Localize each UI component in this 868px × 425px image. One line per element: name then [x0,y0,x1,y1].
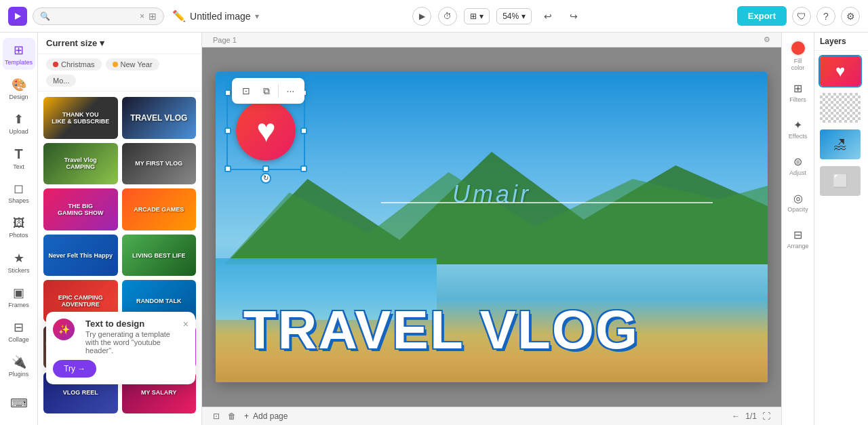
t2d-header: ✨ Text to design Try generating a templa… [53,319,189,355]
canvas-area: Page 1 ⚙ Umair TRAVEL VLO [202,33,781,425]
effects-icon: ✦ [793,119,802,131]
bottom-fullscreen-button[interactable]: ⛶ [762,411,770,421]
layer-item-checkered[interactable] [818,92,862,124]
page-info-label: 1/1 [745,411,757,421]
rotate-handle[interactable]: ↻ [260,173,271,184]
arrange-label: Arrange [787,243,808,249]
layer-item-photo[interactable]: 🏖 [818,128,862,161]
sidebar-item-plugins[interactable]: 🔌 Plugins [3,350,35,382]
help-icon-button[interactable]: ? [816,7,835,26]
canvas-element[interactable]: Umair TRAVEL VLOG ♥ [216,72,768,382]
current-size-text: Current size [46,38,97,48]
rp-arrange[interactable]: ⊟ Arrange [784,221,812,256]
doc-title-area: ✏️ Untitled image ▾ [172,9,259,22]
search-input[interactable]: youtube header [54,11,136,21]
rp-fill-color[interactable]: Fillcolor [784,38,812,73]
template-item[interactable]: THE BIGGAMING SHOW [43,188,118,230]
rp-filters[interactable]: ⊞ Filters [784,75,812,110]
arrange-icon: ⊟ [793,228,802,241]
add-page-button[interactable]: + Add page [244,411,288,421]
redo-button[interactable]: ↪ [564,7,583,26]
settings-icon-button[interactable]: ⚙ [841,7,860,26]
sidebar-label-photos: Photos [9,232,28,239]
sidebar-item-photos[interactable]: 🖼 Photos [3,211,35,243]
zoom-button[interactable]: 54% ▾ [496,8,532,24]
handle-bottom-middle[interactable] [262,165,269,172]
sidebar-item-shapes[interactable]: ◻ Shapes [3,177,35,209]
keyboard-icon: ⌨ [10,396,28,411]
doc-chevron-icon[interactable]: ▾ [255,12,259,21]
sidebar-item-upload[interactable]: ⬆ Upload [3,107,35,139]
selected-element-container[interactable]: ♥ ↻ [232,97,300,165]
bottom-settings-icon[interactable]: ← [732,411,740,421]
bottom-copy-button[interactable]: ⊡ [213,411,220,421]
text-icon: T [14,146,22,162]
search-filter-icon[interactable]: ⊞ [149,11,157,22]
bottom-delete-button[interactable]: 🗑 [228,411,236,421]
shield-icon-button[interactable]: 🛡 [792,7,811,26]
rp-adjust[interactable]: ⊜ Adjust [784,148,812,183]
search-box: 🔍 youtube header × ⊞ [33,7,164,25]
t2d-try-button[interactable]: Try → [53,360,96,378]
text2design-popup: ✨ Text to design Try generating a templa… [46,312,195,384]
handle-bottom-left[interactable] [224,165,231,172]
layer-photo-preview: 🏖 [820,129,861,159]
copy-tool-button[interactable]: ⧉ [258,82,275,100]
upload-icon: ⬆ [14,112,24,127]
sidebar-item-templates[interactable]: ⊞ Templates [3,38,35,70]
canvas-wrapper[interactable]: Umair TRAVEL VLOG ♥ [202,47,781,407]
canvas-main-title: TRAVEL VLOG [243,303,741,357]
canvas-settings-icon[interactable]: ⚙ [764,35,770,44]
handle-bottom-right[interactable] [300,165,307,172]
opacity-icon: ◎ [793,192,803,205]
handle-right-middle[interactable] [300,127,307,134]
template-item[interactable]: TRAVEL VLOG [122,97,197,139]
sidebar-label-shapes: Shapes [8,197,29,204]
doc-title[interactable]: Untitled image [190,11,251,22]
sidebar-item-frames[interactable]: ▣ Frames [3,281,35,312]
tag-more-label: Mo... [53,77,69,85]
sidebar-icons: ⊞ Templates 🎨 Design ⬆ Upload T Text ◻ S… [0,33,38,425]
photos-icon: 🖼 [13,216,25,230]
template-item[interactable]: LIVING BEST LIFE [122,235,197,277]
layers-header: Layers [814,33,868,51]
tag-newyear[interactable]: New Year [106,58,159,70]
sidebar-item-text[interactable]: T Text [3,142,35,174]
panel-size-label[interactable]: Current size ▾ [46,38,104,48]
topbar-center-actions: ▶ ⏱ ⊞ ▾ 54% ▾ ↩ ↪ [267,7,729,26]
play-button[interactable]: ▶ [412,7,431,26]
handle-top-left[interactable] [224,89,231,96]
layer-heart-preview: ♥ [820,56,861,86]
sidebar-label-frames: Frames [8,302,29,308]
rp-effects[interactable]: ✦ Effects [784,111,812,146]
export-button[interactable]: Export [737,6,787,26]
layers-panel: Layers ♥ 🏖 ⬜ [814,33,868,425]
template-item[interactable]: ARCADE GAMES [122,188,197,230]
template-item[interactable]: Travel VlogCAMPING [43,143,118,185]
topbar-left: 🔍 youtube header × ⊞ [8,7,164,26]
tag-more[interactable]: Mo... [46,75,76,87]
resize-button[interactable]: ⊞ ▾ [464,8,490,24]
plugins-icon: 🔌 [12,355,26,369]
layer-item-heart[interactable]: ♥ [818,55,862,87]
tag-christmas[interactable]: Christmas [46,58,102,70]
t2d-close-button[interactable]: × [183,319,189,329]
timer-button[interactable]: ⏱ [438,7,457,26]
sidebar-item-stickers[interactable]: ★ Stickers [3,246,35,278]
handle-left-middle[interactable] [224,127,231,134]
layer-checkered-preview [820,93,861,123]
crop-tool-button[interactable]: ⊡ [237,82,255,100]
layer-item-gray[interactable]: ⬜ [818,165,862,197]
template-item[interactable]: THANK YOULIKE & SUBSCRIBE [43,97,118,139]
rp-opacity[interactable]: ◎ Opacity [784,184,812,220]
canvas-top-bar: Page 1 ⚙ [202,33,781,47]
search-clear-icon[interactable]: × [140,12,144,21]
template-item[interactable]: MY FIRST VLOG [122,143,197,185]
sidebar-item-collage[interactable]: ⊟ Collage [3,316,35,348]
panel-tags: Christmas New Year Mo... [38,54,201,92]
sidebar-item-keyboard-shortcuts[interactable]: ⌨ [3,388,35,420]
sidebar-item-design[interactable]: 🎨 Design [3,73,35,104]
template-item[interactable]: Never Felt This Happy [43,235,118,277]
more-options-button[interactable]: ··· [281,82,299,100]
undo-button[interactable]: ↩ [538,7,557,26]
